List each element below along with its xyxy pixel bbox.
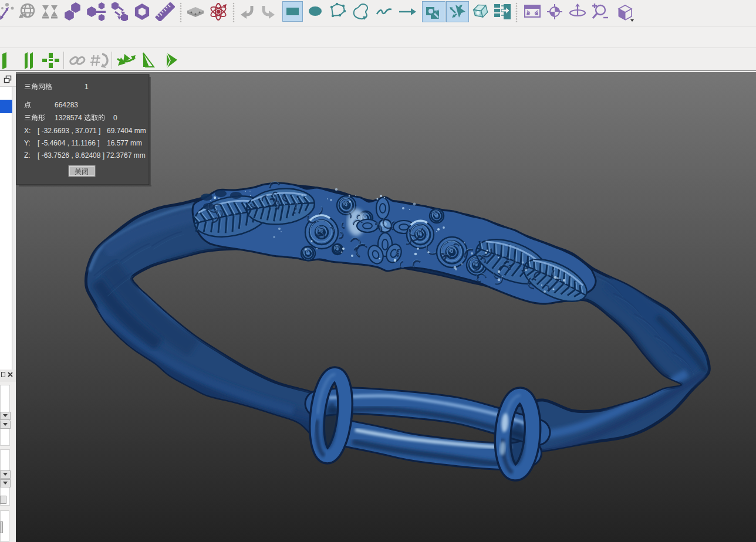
svg-text:X:: X: [24, 127, 31, 135]
svg-text:69.7404 mm: 69.7404 mm [107, 127, 146, 135]
svg-text:16.577 mm: 16.577 mm [107, 139, 142, 147]
svg-text:72.3767 mm: 72.3767 mm [106, 151, 146, 160]
svg-text:664283: 664283 [55, 101, 78, 109]
svg-text:Y:: Y: [24, 139, 31, 147]
svg-text:[ -63.7526 , 8.62408 ]: [ -63.7526 , 8.62408 ] [38, 151, 104, 160]
svg-text:Z:: Z: [24, 151, 31, 160]
svg-text:[ -32.6693 , 37.071 ]: [ -32.6693 , 37.071 ] [38, 127, 100, 135]
svg-text:1328574: 1328574 [55, 114, 82, 122]
svg-text:[ -5.4604 , 11.1166 ]: [ -5.4604 , 11.1166 ] [38, 139, 100, 147]
svg-text:0: 0 [113, 114, 117, 122]
svg-text:1: 1 [85, 83, 89, 91]
